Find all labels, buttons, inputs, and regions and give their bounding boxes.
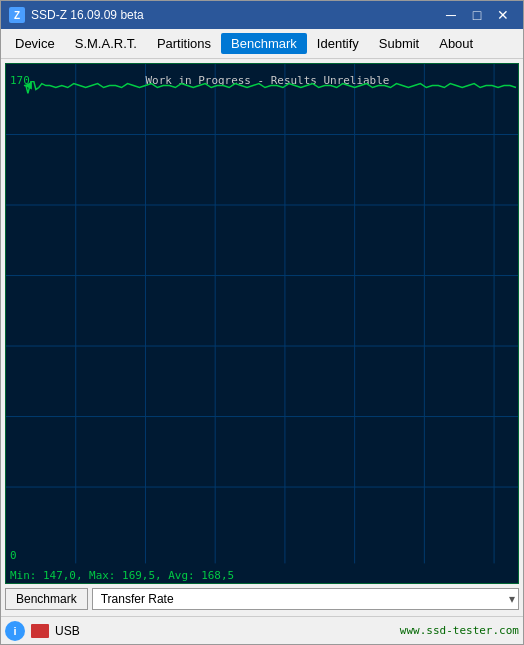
maximize-button[interactable]: □ — [465, 5, 489, 25]
benchmark-button[interactable]: Benchmark — [5, 588, 88, 610]
svg-text:Min: 147,0, Max: 169,5, Avg: 1: Min: 147,0, Max: 169,5, Avg: 168,5 — [10, 569, 234, 582]
window-controls: ─ □ ✕ — [439, 5, 515, 25]
drive-label: USB — [55, 624, 400, 638]
chart-svg: 170 0 Work in Progress - Results Unrelia… — [6, 64, 518, 583]
transfer-type-dropdown[interactable]: Transfer Rate — [92, 588, 519, 610]
svg-text:Work in Progress - Results Unr: Work in Progress - Results Unreliable — [145, 74, 389, 87]
drive-color-indicator — [31, 624, 49, 638]
title-bar: Z SSD-Z 16.09.09 beta ─ □ ✕ — [1, 1, 523, 29]
menu-bar: Device S.M.A.R.T. Partitions Benchmark I… — [1, 29, 523, 59]
svg-text:0: 0 — [10, 549, 17, 562]
menu-item-partitions[interactable]: Partitions — [147, 33, 221, 54]
info-icon: i — [5, 621, 25, 641]
benchmark-chart: 170 0 Work in Progress - Results Unrelia… — [5, 63, 519, 584]
menu-item-about[interactable]: About — [429, 33, 483, 54]
menu-item-identify[interactable]: Identify — [307, 33, 369, 54]
dropdown-container: Transfer Rate ▾ — [92, 588, 519, 610]
main-content: 170 0 Work in Progress - Results Unrelia… — [1, 59, 523, 616]
app-icon: Z — [9, 7, 25, 23]
menu-item-device[interactable]: Device — [5, 33, 65, 54]
menu-item-benchmark[interactable]: Benchmark — [221, 33, 307, 54]
status-bar: i USB www.ssd-tester.com — [1, 616, 523, 644]
website-url: www.ssd-tester.com — [400, 624, 519, 637]
menu-item-smart[interactable]: S.M.A.R.T. — [65, 33, 147, 54]
bottom-controls: Benchmark Transfer Rate ▾ — [5, 584, 519, 612]
minimize-button[interactable]: ─ — [439, 5, 463, 25]
window-title: SSD-Z 16.09.09 beta — [31, 8, 439, 22]
menu-item-submit[interactable]: Submit — [369, 33, 429, 54]
main-window: Z SSD-Z 16.09.09 beta ─ □ ✕ Device S.M.A… — [0, 0, 524, 645]
close-button[interactable]: ✕ — [491, 5, 515, 25]
